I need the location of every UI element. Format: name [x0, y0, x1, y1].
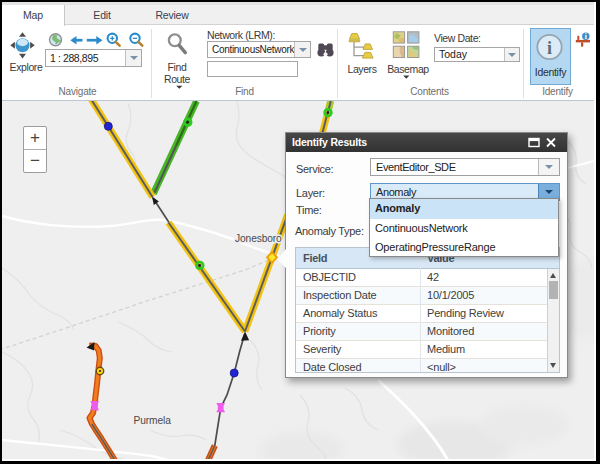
svg-text:i: i — [547, 38, 552, 58]
svg-text:i: i — [585, 32, 587, 41]
svg-text:Purmela: Purmela — [134, 415, 172, 426]
svg-text:Jonesboro: Jonesboro — [235, 233, 282, 244]
